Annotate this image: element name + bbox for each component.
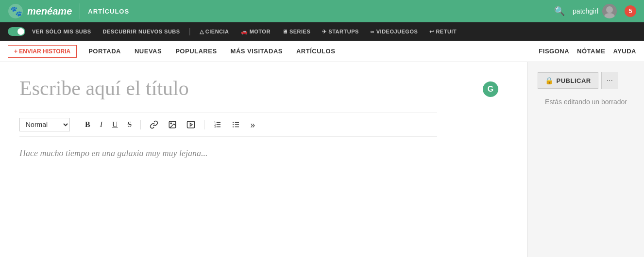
send-story-label: + ENVIAR HISTORIA (14, 48, 70, 55)
sidebar-item-videojuegos[interactable]: ∞ VIDEOJUEGOS (366, 29, 423, 34)
sidebar: 🔒 PUBLICAR ··· Estás editando un borrado… (527, 62, 644, 257)
nav-link-fisgona[interactable]: FISGONA (539, 48, 569, 55)
grammarly-icon[interactable]: G (483, 81, 498, 97)
toggle-bg[interactable] (8, 27, 25, 36)
sidebar-item-discover[interactable]: DESCUBRIR NUEVOS SUBS (98, 29, 185, 34)
more-label: ··· (607, 76, 613, 84)
toolbar-separator-1 (76, 120, 76, 129)
toolbar-separator-2 (140, 120, 141, 129)
second-nav: VER SÓLO MIS SUBS DESCUBRIR NUEVOS SUBS … (0, 22, 644, 41)
svg-rect-6 (187, 121, 195, 128)
username[interactable]: patchgirl (573, 7, 598, 15)
toggle-switch[interactable] (8, 27, 25, 36)
sidebar-item-retuit[interactable]: ↩ RETUIT (424, 29, 461, 35)
title-input[interactable] (19, 72, 437, 105)
brand-name: menéame (27, 6, 72, 17)
link-button[interactable] (147, 119, 161, 130)
nav-link-portada[interactable]: PORTADA (83, 48, 127, 55)
svg-point-3 (604, 13, 615, 18)
top-nav-right: 🔍 patchgirl 5 (554, 4, 636, 18)
quote-button[interactable]: » (247, 118, 258, 131)
more-options-button[interactable]: ··· (601, 72, 618, 89)
strikethrough-button[interactable]: S (125, 119, 135, 130)
nav-link-ayuda[interactable]: AYUDA (613, 48, 636, 55)
toggle-knob (17, 28, 24, 35)
bold-button[interactable]: B (82, 119, 93, 130)
sidebar-item-my-subs[interactable]: VER SÓLO MIS SUBS (27, 29, 96, 34)
svg-text:🐾: 🐾 (10, 5, 22, 17)
content-text: Hace mucho tiempo en una galaxia muy muy… (19, 148, 207, 158)
toolbar-separator-3 (204, 120, 204, 129)
nav-link-notame[interactable]: NÓTAME (577, 48, 605, 55)
third-nav-right: FISGONA NÓTAME AYUDA (539, 48, 636, 55)
grammarly-button[interactable]: G (483, 81, 498, 97)
editor-content[interactable]: Hace mucho tiempo en una galaxia muy muy… (19, 145, 437, 162)
top-nav: 🐾 menéame ARTÍCULOS 🔍 patchgirl 5 (0, 0, 644, 22)
lock-icon: 🔒 (545, 77, 554, 84)
italic-button[interactable]: I (97, 119, 105, 130)
third-nav: + ENVIAR HISTORIA PORTADA NUEVAS POPULAR… (0, 41, 644, 62)
video-button[interactable] (184, 119, 198, 130)
svg-point-18 (233, 126, 234, 127)
nav-link-articulos[interactable]: ARTÍCULOS (290, 48, 341, 55)
section-label: ARTÍCULOS (88, 8, 129, 15)
grammarly-label: G (488, 85, 493, 94)
user-area: patchgirl (573, 4, 617, 18)
draft-status-text: Estás editando un borrador (545, 98, 627, 106)
style-select[interactable]: Normal Heading 1 Heading 2 Paragraph (19, 118, 70, 131)
editor-area: G Normal Heading 1 Heading 2 Paragraph B… (0, 62, 527, 257)
nav-divider: | (187, 27, 193, 36)
title-container: G (19, 72, 508, 105)
underline-button[interactable]: U (109, 119, 121, 130)
nav-link-mas-visitadas[interactable]: MÁS VISITADAS (225, 48, 288, 55)
editor-toolbar: Normal Heading 1 Heading 2 Paragraph B I… (19, 112, 437, 137)
main-content: G Normal Heading 1 Heading 2 Paragraph B… (0, 62, 644, 257)
sidebar-item-motor[interactable]: 🚗 MOTOR (236, 29, 275, 35)
logo-area: 🐾 menéame (8, 3, 80, 19)
svg-text:3: 3 (215, 125, 216, 128)
notification-badge[interactable]: 5 (625, 5, 636, 17)
unordered-list-button[interactable] (229, 119, 243, 130)
logo-icon: 🐾 (8, 3, 23, 19)
svg-point-17 (233, 124, 234, 125)
nav-link-populares[interactable]: POPULARES (169, 48, 222, 55)
draft-status: Estás editando un borrador (538, 97, 634, 107)
sidebar-item-series[interactable]: 🖥 SERIES (277, 29, 315, 34)
publish-row: 🔒 PUBLICAR ··· (538, 72, 634, 89)
notification-count: 5 (629, 8, 632, 15)
svg-point-2 (606, 6, 613, 13)
avatar[interactable] (602, 4, 617, 18)
search-icon[interactable]: 🔍 (554, 6, 565, 16)
publish-label: PUBLICAR (557, 77, 591, 84)
sidebar-item-ciencia[interactable]: △ CIENCIA (195, 29, 234, 35)
ordered-list-button[interactable]: 123 (210, 119, 225, 130)
nav-link-nuevas[interactable]: NUEVAS (129, 48, 168, 55)
publish-button[interactable]: 🔒 PUBLICAR (538, 72, 598, 89)
image-button[interactable] (165, 119, 180, 130)
send-story-button[interactable]: + ENVIAR HISTORIA (8, 45, 77, 58)
sidebar-item-startups[interactable]: ✈ STARTUPS (317, 29, 364, 35)
svg-point-5 (171, 123, 172, 124)
svg-point-16 (233, 122, 234, 123)
